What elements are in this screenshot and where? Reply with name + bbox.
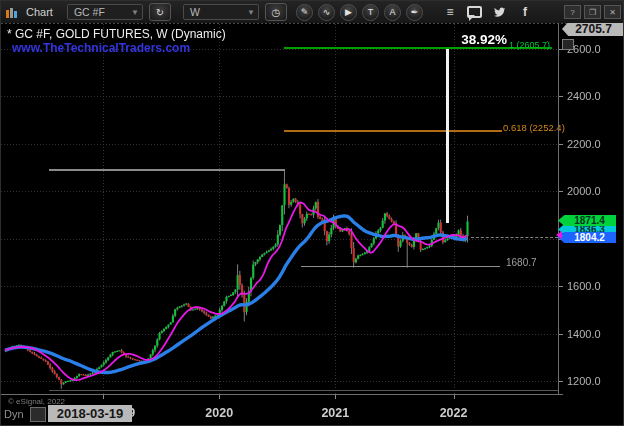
year-tick-label: 2020 <box>205 406 233 420</box>
draw-pencil-icon[interactable]: ✎ <box>296 4 313 21</box>
eraser-icon[interactable]: ✒ <box>406 4 423 21</box>
crosshair-price-box: 2705.7 <box>562 22 624 36</box>
base-low-line[interactable] <box>49 390 558 391</box>
chart-toolbar: Chart GC #F ▼ ↻ W ▼ ◷ ✎∿▶TA✒ ≡f ?❐✕ <box>1 1 624 23</box>
restore-button[interactable]: ❐ <box>584 5 601 19</box>
price-tick-mark <box>559 334 563 335</box>
prior-high-line[interactable] <box>49 169 285 171</box>
year-tick-mark <box>103 395 104 399</box>
close-button[interactable]: ✕ <box>604 5 621 19</box>
time-template-button[interactable] <box>30 407 46 422</box>
symbol-select[interactable]: GC #F ▼ <box>67 4 143 20</box>
price-tick-mark <box>559 286 563 287</box>
price-tick-label: 1600.0 <box>567 280 601 292</box>
symbol-value: GC #F <box>74 6 105 18</box>
year-tick-mark <box>335 395 336 399</box>
price-chart-canvas[interactable] <box>1 1 624 426</box>
chevron-down-icon: ▼ <box>131 8 139 17</box>
axis-link-icon[interactable] <box>562 39 574 50</box>
last-value-dashed-line <box>471 237 558 238</box>
support-line[interactable] <box>301 266 500 267</box>
price-tick-mark <box>559 144 563 145</box>
annotation-icon[interactable]: A <box>384 4 401 21</box>
price-tick-label: 2000.0 <box>567 185 601 197</box>
interval-select[interactable]: W ▼ <box>183 4 259 20</box>
fib-level-618-line[interactable] <box>284 130 502 132</box>
twitter-bird-shape <box>494 6 506 18</box>
chat-bubble-shape <box>467 6 482 18</box>
price-tick-label: 1400.0 <box>567 328 601 340</box>
ma-slow-price-flag: 1804.2 <box>558 232 616 243</box>
text-tool-icon[interactable]: T <box>362 4 379 21</box>
share-tools-group: ≡f <box>433 4 533 20</box>
window-controls: ?❐✕ <box>561 5 621 19</box>
crosshair-date-box: 2018-03-19 <box>48 405 132 422</box>
price-tick-label: 1200.0 <box>567 375 601 387</box>
time-interval-button[interactable]: ◷ <box>265 3 287 21</box>
price-tick-mark <box>559 96 563 97</box>
price-tick-label: 2200.0 <box>567 138 601 150</box>
reload-icon: ↻ <box>156 7 164 18</box>
clock-icon: ◷ <box>272 7 281 18</box>
measurement-percent-label: 38.92% <box>421 32 507 47</box>
support-level-label: 1680.7 <box>506 257 537 268</box>
symbol-reload-button[interactable]: ↻ <box>149 3 171 21</box>
curve-tool-icon[interactable]: ∿ <box>318 4 335 21</box>
year-tick-mark <box>454 395 455 399</box>
year-tick-mark <box>219 395 220 399</box>
price-tick-mark <box>559 381 563 382</box>
interval-value: W <box>190 6 200 18</box>
year-tick-label: 2021 <box>321 406 349 420</box>
help-button[interactable]: ? <box>564 5 581 19</box>
fib-level-1-label: 1 (2605.7) <box>509 40 550 50</box>
twitter-icon[interactable] <box>492 4 508 20</box>
year-tick-label: 2022 <box>440 406 468 420</box>
tab-chart: Chart <box>26 6 53 18</box>
price-tick-label: 2400.0 <box>567 90 601 102</box>
watermark-link[interactable]: www.TheTechnicalTraders.com <box>12 41 190 55</box>
esignal-chart-window: Chart GC #F ▼ ↻ W ▼ ◷ ✎∿▶TA✒ ≡f ?❐✕ * GC… <box>0 0 624 426</box>
chart-title: * GC #F, GOLD FUTURES, W (Dynamic) <box>7 27 226 41</box>
replay-icon[interactable]: ▶ <box>340 4 357 21</box>
price-axis-border[interactable] <box>558 23 559 394</box>
drawing-tools-group: ✎∿▶TA✒ <box>291 4 423 21</box>
dynamic-mode-label: Dyn <box>4 408 24 420</box>
chevron-down-icon: ▼ <box>247 8 255 17</box>
measurement-vertical-line[interactable] <box>446 49 449 223</box>
chat-icon[interactable] <box>467 4 483 20</box>
study-list-icon[interactable]: ≡ <box>442 4 458 20</box>
fib-level-618-label: 0.618 (2252.4) <box>503 122 565 133</box>
time-axis-border[interactable] <box>1 394 563 395</box>
facebook-icon[interactable]: f <box>517 4 533 20</box>
ma-marker-arrow-icon <box>552 231 562 239</box>
chart-window-icon <box>5 6 19 19</box>
price-tick-mark <box>559 191 563 192</box>
last-price-flag: 1871.4 <box>558 215 616 226</box>
